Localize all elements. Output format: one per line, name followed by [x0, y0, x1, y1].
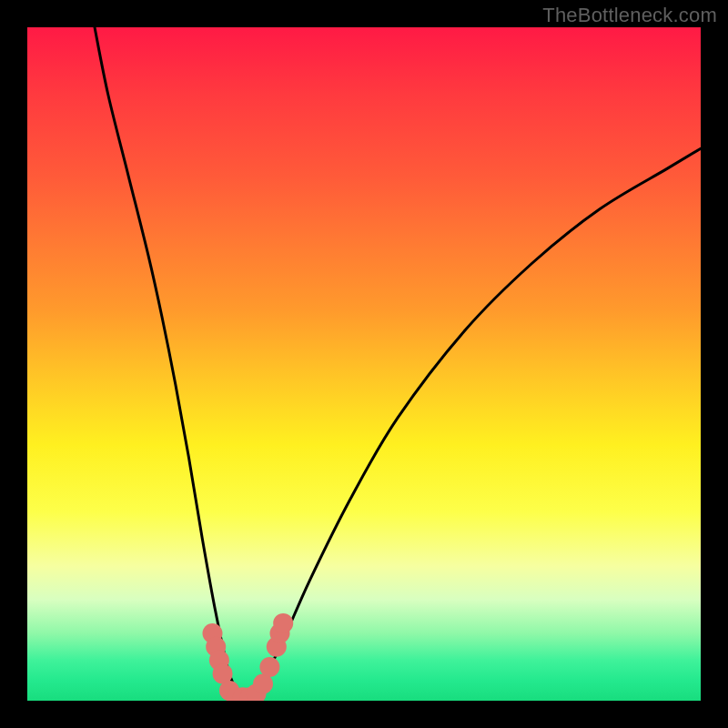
- watermark-text: TheBottleneck.com: [542, 4, 717, 27]
- marker-dot: [273, 613, 293, 633]
- marker-dot: [259, 657, 279, 677]
- marker-cluster: [203, 613, 294, 701]
- chart-svg: [27, 27, 701, 701]
- bottleneck-curve: [95, 27, 701, 701]
- chart-frame: TheBottleneck.com: [0, 0, 728, 728]
- plot-area: [27, 27, 701, 701]
